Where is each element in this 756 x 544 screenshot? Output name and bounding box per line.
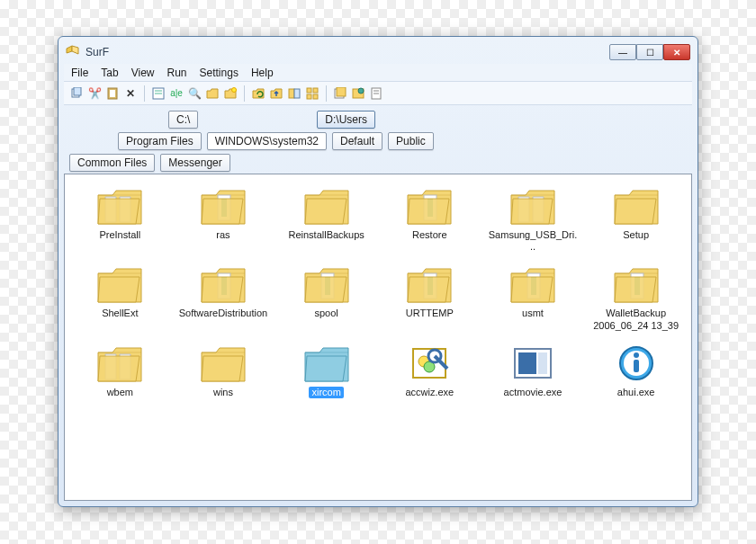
- titlebar: SurF — ☐ ✕: [64, 42, 692, 62]
- folder-icon: [95, 185, 144, 227]
- menubar: File Tab View Run Settings Help: [64, 64, 692, 82]
- file-item[interactable]: WalletBackup 2006_06_24 13_39: [584, 260, 688, 334]
- menu-tab[interactable]: Tab: [101, 67, 118, 79]
- file-item[interactable]: ahui.exe: [584, 339, 688, 402]
- file-label: wbem: [107, 387, 133, 398]
- tab-default[interactable]: Default: [332, 132, 382, 150]
- app-icon: [66, 45, 80, 59]
- tab-program-files[interactable]: Program Files: [118, 132, 202, 150]
- file-label: URTTEMP: [406, 308, 454, 319]
- exe-icon: [508, 343, 557, 384]
- copy-icon[interactable]: [69, 86, 84, 101]
- toolbar: ✂️ ✕ a|e 🔍: [64, 82, 692, 105]
- file-item[interactable]: usmt: [482, 260, 585, 334]
- svg-rect-11: [313, 88, 318, 93]
- separator-icon: [326, 85, 327, 102]
- file-item[interactable]: wbem: [68, 339, 172, 402]
- properties-icon[interactable]: [151, 86, 166, 101]
- folder-icon: [508, 185, 557, 227]
- menu-run[interactable]: Run: [167, 67, 187, 79]
- file-label: ras: [216, 229, 230, 241]
- folder-icon: [95, 263, 144, 305]
- tab-d-users[interactable]: D:\Users: [317, 111, 375, 129]
- new-folder-star-icon[interactable]: [223, 86, 238, 101]
- folder-icon: [199, 343, 248, 384]
- folder-icon: [199, 263, 248, 305]
- app-window: SurF — ☐ ✕ File Tab View Run Settings He…: [58, 36, 698, 507]
- file-item[interactable]: URTTEMP: [378, 260, 482, 334]
- file-label: SoftwareDistribution: [179, 308, 267, 319]
- menu-file[interactable]: File: [71, 67, 88, 79]
- svg-rect-12: [307, 94, 311, 99]
- delete-icon[interactable]: ✕: [123, 86, 138, 101]
- up-icon[interactable]: [269, 86, 284, 101]
- options-icon[interactable]: [369, 86, 383, 101]
- file-item[interactable]: PreInstall: [68, 182, 172, 256]
- new-folder-icon[interactable]: [205, 86, 220, 101]
- view-dual-icon[interactable]: [287, 86, 302, 101]
- tab-messenger[interactable]: Messenger: [160, 154, 230, 172]
- svg-rect-8: [289, 89, 294, 98]
- exe-icon: [612, 343, 661, 384]
- favorites-icon[interactable]: [351, 86, 365, 101]
- file-item[interactable]: wins: [172, 339, 275, 402]
- menu-help[interactable]: Help: [251, 67, 274, 79]
- svg-rect-3: [110, 90, 115, 97]
- folder-icon: [199, 185, 248, 227]
- file-label: WalletBackup 2006_06_24 13_39: [591, 308, 681, 331]
- svg-rect-15: [337, 87, 346, 96]
- file-label: PreInstall: [99, 229, 140, 241]
- close-button[interactable]: ✕: [663, 44, 690, 60]
- menu-view[interactable]: View: [131, 67, 155, 79]
- maximize-button[interactable]: ☐: [636, 44, 663, 60]
- folder-icon: [302, 263, 351, 305]
- file-item[interactable]: ReinstallBackups: [274, 182, 378, 256]
- refresh-icon[interactable]: [251, 86, 266, 101]
- svg-rect-45: [634, 360, 639, 372]
- menu-settings[interactable]: Settings: [200, 67, 238, 79]
- file-item[interactable]: accwiz.exe: [378, 339, 482, 402]
- svg-rect-9: [294, 89, 300, 98]
- folder-icon: [405, 185, 454, 227]
- file-item[interactable]: xircom: [274, 339, 378, 402]
- history-icon[interactable]: [333, 86, 347, 101]
- file-item[interactable]: spool: [274, 260, 378, 334]
- folder-icon: [302, 343, 351, 384]
- file-item[interactable]: Setup: [584, 182, 688, 256]
- svg-point-7: [232, 87, 237, 92]
- file-item[interactable]: ShellExt: [68, 260, 172, 334]
- file-list[interactable]: PreInstall ras ReinstallBackups Restore …: [64, 174, 692, 501]
- file-item[interactable]: Samsung_USB_Dri...: [482, 182, 585, 256]
- svg-rect-40: [518, 352, 536, 374]
- svg-rect-10: [307, 88, 311, 93]
- file-label: ahui.exe: [617, 387, 655, 398]
- rename-icon[interactable]: a|e: [169, 86, 184, 101]
- search-icon[interactable]: 🔍: [187, 86, 202, 101]
- minimize-button[interactable]: —: [609, 44, 636, 60]
- tab-public[interactable]: Public: [388, 132, 434, 150]
- file-label: ShellExt: [102, 308, 138, 319]
- cut-icon[interactable]: ✂️: [87, 86, 102, 101]
- file-label: Setup: [623, 229, 649, 241]
- file-label: xircom: [309, 387, 343, 398]
- file-label: ReinstallBackups: [288, 229, 364, 241]
- file-label: accwiz.exe: [405, 387, 454, 398]
- tab-windows-system32[interactable]: WINDOWS\system32: [207, 132, 327, 150]
- file-label: usmt: [522, 308, 544, 319]
- folder-icon: [405, 263, 454, 305]
- folder-icon: [95, 343, 144, 384]
- file-item[interactable]: Restore: [378, 182, 482, 256]
- tab-common-files[interactable]: Common Files: [69, 154, 155, 172]
- file-label: wins: [213, 387, 233, 398]
- paste-icon[interactable]: [105, 86, 120, 101]
- file-item[interactable]: ras: [172, 182, 275, 256]
- svg-point-44: [634, 352, 639, 358]
- file-item[interactable]: SoftwareDistribution: [172, 260, 275, 334]
- svg-rect-41: [538, 352, 547, 374]
- svg-rect-1: [74, 87, 81, 95]
- view-thumbs-icon[interactable]: [305, 86, 320, 101]
- tab-c-drive[interactable]: C:\: [168, 111, 198, 129]
- file-item[interactable]: actmovie.exe: [482, 339, 585, 402]
- tab-tree: C:\ D:\Users Program Files WINDOWS\syste…: [64, 105, 692, 174]
- exe-icon: [405, 343, 454, 384]
